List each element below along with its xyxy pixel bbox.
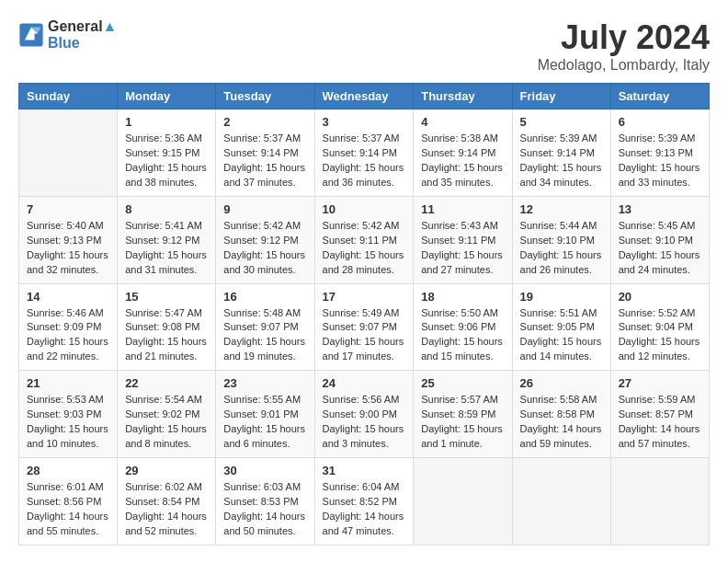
sunrise-text: Sunrise: 5:53 AM [27,393,109,408]
day-number: 6 [619,115,701,129]
sunset-text: Sunset: 9:00 PM [323,408,406,422]
week-row-2: 14 Sunrise: 5:46 AM Sunset: 9:09 PM Dayl… [19,283,710,371]
daylight-text: Daylight: 15 hours and 24 minutes. [619,248,701,278]
sunrise-text: Sunrise: 5:45 AM [619,219,701,234]
cell-content: Sunrise: 5:39 AM Sunset: 9:14 PM Dayligh… [520,132,603,190]
calendar-cell: 7 Sunrise: 5:40 AM Sunset: 9:13 PM Dayli… [19,196,118,283]
day-number: 5 [520,115,603,129]
sunrise-text: Sunrise: 5:49 AM [323,306,406,321]
week-row-0: 1 Sunrise: 5:36 AM Sunset: 9:15 PM Dayli… [19,109,710,197]
calendar-header-row: SundayMondayTuesdayWednesdayThursdayFrid… [19,84,710,109]
day-number: 30 [223,464,306,477]
header-thursday: Thursday [414,84,512,109]
sunset-text: Sunset: 8:57 PM [619,408,701,422]
daylight-text: Daylight: 15 hours and 38 minutes. [125,161,208,190]
calendar-cell: 29 Sunrise: 6:02 AM Sunset: 8:54 PM Dayl… [118,458,216,546]
calendar-cell: 19 Sunrise: 5:51 AM Sunset: 9:05 PM Dayl… [512,283,610,371]
sunrise-text: Sunrise: 5:51 AM [520,306,603,321]
sunset-text: Sunset: 8:56 PM [27,495,109,510]
sunset-text: Sunset: 9:03 PM [27,408,109,422]
daylight-text: Daylight: 15 hours and 15 minutes. [421,335,504,364]
logo-icon [18,22,44,48]
cell-content: Sunrise: 5:39 AM Sunset: 9:13 PM Dayligh… [619,132,701,190]
sunrise-text: Sunrise: 5:57 AM [421,393,504,408]
calendar-cell: 15 Sunrise: 5:47 AM Sunset: 9:08 PM Dayl… [118,283,216,371]
calendar-cell: 5 Sunrise: 5:39 AM Sunset: 9:14 PM Dayli… [512,109,610,197]
day-number: 9 [223,202,306,216]
sunset-text: Sunset: 9:14 PM [223,146,306,161]
day-number: 16 [223,290,306,304]
calendar-cell [512,458,610,546]
cell-content: Sunrise: 5:51 AM Sunset: 9:05 PM Dayligh… [520,306,603,365]
daylight-text: Daylight: 15 hours and 14 minutes. [520,335,603,364]
daylight-text: Daylight: 15 hours and 8 minutes. [125,422,208,452]
sunset-text: Sunset: 8:54 PM [125,495,208,510]
calendar-cell: 25 Sunrise: 5:57 AM Sunset: 8:59 PM Dayl… [414,371,512,458]
day-number: 31 [323,464,406,477]
calendar-cell: 12 Sunrise: 5:44 AM Sunset: 9:10 PM Dayl… [512,196,610,283]
sunrise-text: Sunrise: 5:55 AM [223,393,306,408]
daylight-text: Daylight: 15 hours and 27 minutes. [421,248,504,278]
cell-content: Sunrise: 5:56 AM Sunset: 9:00 PM Dayligh… [323,393,406,452]
daylight-text: Daylight: 15 hours and 31 minutes. [125,248,208,278]
cell-content: Sunrise: 5:50 AM Sunset: 9:06 PM Dayligh… [421,306,504,365]
sunrise-text: Sunrise: 5:44 AM [520,219,603,234]
sunset-text: Sunset: 9:14 PM [323,146,406,161]
day-number: 2 [223,115,306,129]
day-number: 28 [27,464,109,477]
day-number: 18 [421,290,504,304]
calendar-cell: 10 Sunrise: 5:42 AM Sunset: 9:11 PM Dayl… [314,196,414,283]
header-friday: Friday [512,84,610,109]
sunset-text: Sunset: 8:58 PM [520,408,603,422]
sunrise-text: Sunrise: 6:01 AM [27,480,109,495]
day-number: 15 [125,290,208,304]
calendar-cell [414,458,512,546]
cell-content: Sunrise: 5:42 AM Sunset: 9:12 PM Dayligh… [223,219,306,278]
sunset-text: Sunset: 9:14 PM [520,146,603,161]
cell-content: Sunrise: 5:53 AM Sunset: 9:03 PM Dayligh… [27,393,109,452]
calendar-cell: 1 Sunrise: 5:36 AM Sunset: 9:15 PM Dayli… [118,109,216,197]
sunrise-text: Sunrise: 5:37 AM [323,132,406,146]
calendar-cell: 27 Sunrise: 5:59 AM Sunset: 8:57 PM Dayl… [610,371,709,458]
calendar-cell: 4 Sunrise: 5:38 AM Sunset: 9:14 PM Dayli… [414,109,512,197]
cell-content: Sunrise: 6:02 AM Sunset: 8:54 PM Dayligh… [125,480,208,539]
day-number: 4 [421,115,504,129]
cell-content: Sunrise: 5:38 AM Sunset: 9:14 PM Dayligh… [421,132,504,190]
day-number: 19 [520,290,603,304]
day-number: 17 [323,290,406,304]
header-monday: Monday [118,84,216,109]
sunset-text: Sunset: 9:15 PM [125,146,208,161]
calendar-cell [610,458,709,546]
sunrise-text: Sunrise: 5:50 AM [421,306,504,321]
sunrise-text: Sunrise: 6:04 AM [323,480,406,495]
day-number: 29 [125,464,208,477]
sunrise-text: Sunrise: 6:02 AM [125,480,208,495]
sunrise-text: Sunrise: 5:47 AM [125,306,208,321]
daylight-text: Daylight: 15 hours and 3 minutes. [323,422,406,452]
sunset-text: Sunset: 9:13 PM [27,234,109,248]
calendar-cell: 30 Sunrise: 6:03 AM Sunset: 8:53 PM Dayl… [216,458,314,546]
calendar-cell: 9 Sunrise: 5:42 AM Sunset: 9:12 PM Dayli… [216,196,314,283]
cell-content: Sunrise: 6:04 AM Sunset: 8:52 PM Dayligh… [323,480,406,539]
sunset-text: Sunset: 9:10 PM [520,234,603,248]
cell-content: Sunrise: 5:55 AM Sunset: 9:01 PM Dayligh… [223,393,306,452]
daylight-text: Daylight: 15 hours and 37 minutes. [223,161,306,190]
cell-content: Sunrise: 5:57 AM Sunset: 8:59 PM Dayligh… [421,393,504,452]
sunset-text: Sunset: 9:12 PM [223,234,306,248]
cell-content: Sunrise: 5:58 AM Sunset: 8:58 PM Dayligh… [520,393,603,452]
calendar-cell: 24 Sunrise: 5:56 AM Sunset: 9:00 PM Dayl… [314,371,414,458]
day-number: 10 [323,202,406,216]
daylight-text: Daylight: 15 hours and 30 minutes. [223,248,306,278]
cell-content: Sunrise: 5:45 AM Sunset: 9:10 PM Dayligh… [619,219,701,278]
day-number: 22 [125,376,208,390]
calendar-cell: 22 Sunrise: 5:54 AM Sunset: 9:02 PM Dayl… [118,371,216,458]
cell-content: Sunrise: 5:46 AM Sunset: 9:09 PM Dayligh… [27,306,109,365]
daylight-text: Daylight: 15 hours and 10 minutes. [27,422,109,452]
day-number: 8 [125,202,208,216]
sunset-text: Sunset: 8:59 PM [421,408,504,422]
sunset-text: Sunset: 9:01 PM [223,408,306,422]
header-sunday: Sunday [19,84,118,109]
calendar-cell: 2 Sunrise: 5:37 AM Sunset: 9:14 PM Dayli… [216,109,314,197]
cell-content: Sunrise: 5:43 AM Sunset: 9:11 PM Dayligh… [421,219,504,278]
sunset-text: Sunset: 8:53 PM [223,495,306,510]
